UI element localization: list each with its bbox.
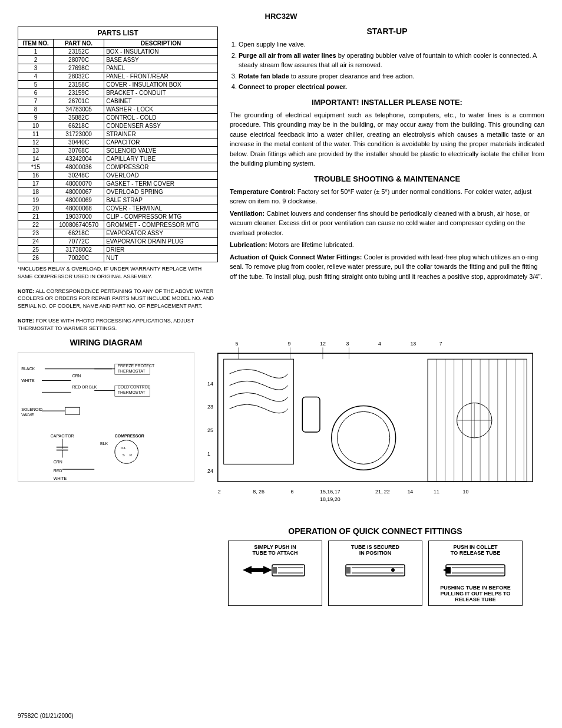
- cell-part: 26701C: [54, 97, 104, 106]
- evap-coil3: [230, 393, 288, 401]
- cabinet-outline: [218, 354, 533, 482]
- cell-item: 7: [18, 97, 54, 106]
- label-9: 9: [288, 341, 291, 347]
- red-label: RED: [54, 469, 62, 473]
- table-row: 1630248COVERLOAD: [18, 172, 218, 180]
- cell-part: 66218C: [54, 122, 104, 130]
- label-5: 5: [235, 341, 238, 347]
- compressor-diagram: [332, 406, 396, 470]
- right-section: START-UP Open supply line valve. Purge a…: [230, 27, 544, 332]
- cell-part: 66218C: [54, 229, 104, 238]
- ol-label: O/L: [121, 446, 127, 450]
- cell-part: 48000070: [54, 180, 104, 188]
- trouble-title: TROUBLE SHOOTING & MAINTENANCE: [230, 174, 544, 183]
- table-row: 523158CCOVER - INSULATION BOX: [18, 81, 218, 89]
- cell-item: 5: [18, 81, 54, 89]
- label-2: 2: [218, 489, 221, 495]
- cell-item: 6: [18, 89, 54, 97]
- label-826: 8, 26: [253, 489, 265, 495]
- startup-step-4: Connect to proper electrical power.: [239, 82, 544, 92]
- label-1: 1: [207, 451, 210, 457]
- r-label: R: [130, 454, 133, 457]
- table-row: 1848000067OVERLOAD SPRING: [18, 188, 218, 196]
- bottom-section: WIRING DIAGRAM BLACK WHITE CRN RED OR BL…: [18, 338, 544, 606]
- cell-part: 28032C: [54, 73, 104, 81]
- cell-item: 13: [18, 147, 54, 155]
- cell-item: 17: [18, 180, 54, 188]
- qc-svg-3: [440, 560, 511, 581]
- cell-item: 26: [18, 254, 54, 262]
- label-181920: 18,19,20: [320, 496, 340, 502]
- table-row: 834783005WASHER - LOCK: [18, 106, 218, 114]
- label-12: 12: [320, 341, 326, 347]
- crn-label2: CRN: [54, 460, 62, 465]
- col-desc: DESCRIPTION: [104, 39, 218, 48]
- cell-desc: CONTROL - COLD: [104, 114, 218, 122]
- fitting-release: [446, 565, 505, 576]
- compressor-circle: [115, 440, 138, 464]
- label-24: 24: [207, 469, 213, 475]
- top-section: PARTS LIST ITEM NO. PART NO. DESCRIPTION…: [18, 27, 544, 332]
- qc-box-1: SIMPLY PUSH INTUBE TO ATTACH: [228, 541, 322, 606]
- qc-label-3: PUSH IN COLLETTO RELEASE TUBE: [432, 544, 519, 556]
- label-151617: 15,16,17: [320, 489, 340, 495]
- cell-part: 27698C: [54, 64, 104, 73]
- insulation-box: [224, 360, 294, 465]
- label-10: 10: [462, 489, 468, 495]
- note-correspondence: NOTE: ALL CORRESPONDENCE PERTAINING TO A…: [18, 288, 218, 310]
- cold-control-label2: THERMOSTAT: [118, 391, 146, 395]
- cell-part: 31723000: [54, 130, 104, 139]
- cell-part: 35882C: [54, 114, 104, 122]
- table-header-row: ITEM NO. PART NO. DESCRIPTION: [18, 39, 218, 48]
- table-row: 2670020CNUT: [18, 254, 218, 262]
- fitting-body: [272, 565, 305, 576]
- cell-part: 48000067: [54, 188, 104, 196]
- label-14b: 14: [407, 489, 413, 495]
- trouble-temp: Temperature Control: Factory set for 50°…: [230, 187, 544, 206]
- parts-list-title: PARTS LIST: [18, 27, 218, 39]
- table-row: 2531738002DRIER: [18, 246, 218, 254]
- qc-illus-2: [332, 558, 419, 582]
- label-23: 23: [207, 404, 213, 410]
- cell-desc: BASE ASSY: [104, 56, 218, 64]
- cell-part: 23152C: [54, 48, 104, 56]
- trouble-lube: Lubrication: Motors are lifetime lubrica…: [230, 240, 544, 250]
- cell-desc: GROMMET - COMPRESSOR MTG: [104, 221, 218, 229]
- label-2122: 21, 22: [375, 489, 390, 495]
- wiring-section: WIRING DIAGRAM BLACK WHITE CRN RED OR BL…: [18, 338, 194, 606]
- cell-item: 8: [18, 106, 54, 114]
- blk-label: BLK: [100, 442, 108, 446]
- cell-item: 9: [18, 114, 54, 122]
- label-6: 6: [291, 489, 294, 495]
- cell-desc: OVERLOAD: [104, 172, 218, 180]
- evap-coil2: [230, 381, 288, 390]
- parts-list-container: PARTS LIST ITEM NO. PART NO. DESCRIPTION…: [18, 27, 218, 332]
- table-row: 726701CCABINET: [18, 97, 218, 106]
- solenoid-box: [65, 407, 80, 414]
- qc-label-2: TUBE IS SECUREDIN POSITION: [332, 544, 419, 556]
- cell-desc: CONDENSER ASSY: [104, 122, 218, 130]
- table-row: 1066218CCONDENSER ASSY: [18, 122, 218, 130]
- label-7: 7: [439, 341, 442, 347]
- cell-item: 11: [18, 130, 54, 139]
- cell-desc: OVERLOAD SPRING: [104, 188, 218, 196]
- cell-part: 30440C: [54, 139, 104, 147]
- cell-part: 70020C: [54, 254, 104, 262]
- qc-arrow: [243, 566, 272, 574]
- page-header: HRC32W: [18, 12, 544, 21]
- table-row: 428032CPANEL - FRONT/REAR: [18, 73, 218, 81]
- table-row: 1230440CCAPACITOR: [18, 139, 218, 147]
- table-row: 935882CCONTROL - COLD: [18, 114, 218, 122]
- cell-desc: CLIP - COMPRESSOR MTG: [104, 213, 218, 221]
- white-label2: WHITE: [54, 476, 67, 480]
- quick-connect-section: OPERATION OF QUICK CONNECT FITTINGS SIMP…: [206, 526, 544, 606]
- cell-desc: COVER - INSULATION BOX: [104, 81, 218, 89]
- qc-label-1: SIMPLY PUSH INTUBE TO ATTACH: [232, 544, 319, 556]
- table-row: 1948000069BALE STRAP: [18, 196, 218, 205]
- cell-part: 48000036: [54, 163, 104, 172]
- cell-part: 23159C: [54, 89, 104, 97]
- cell-part: 100806740570: [54, 221, 104, 229]
- cell-part: 23158C: [54, 81, 104, 89]
- cell-part: 28070C: [54, 56, 104, 64]
- table-row: 1330768CSOLENOID VALVE: [18, 147, 218, 155]
